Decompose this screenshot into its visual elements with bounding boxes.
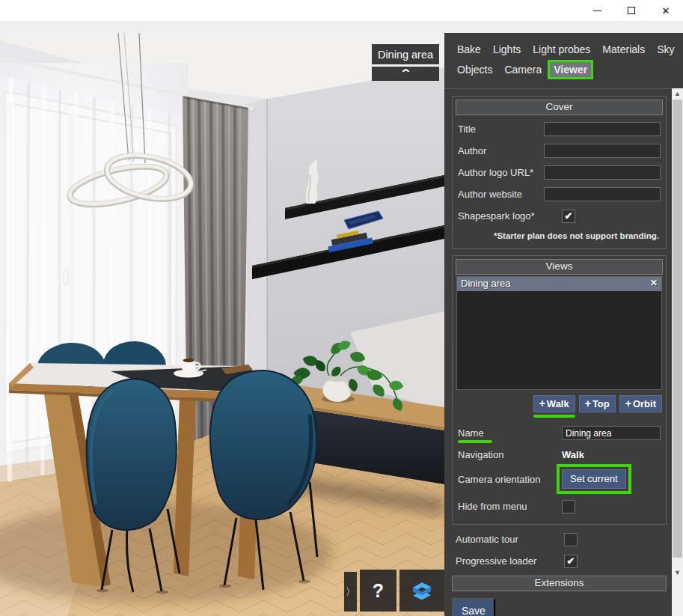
annotation-box-set-current: Set current bbox=[557, 464, 631, 494]
tab-sky[interactable]: Sky bbox=[653, 42, 678, 57]
tab-bake[interactable]: Bake bbox=[453, 42, 485, 57]
tab-materials[interactable]: Materials bbox=[598, 42, 649, 57]
title-row: Title bbox=[458, 122, 661, 136]
title-input[interactable] bbox=[544, 122, 661, 136]
plus-icon: + bbox=[585, 397, 591, 409]
author-website-row: Author website bbox=[458, 187, 661, 201]
author-website-label: Author website bbox=[458, 189, 544, 200]
close-icon: ✕ bbox=[662, 5, 670, 16]
tab-bar: Bake Lights Light probes Materials Sky O… bbox=[444, 33, 683, 88]
shapespark-logo-button[interactable] bbox=[399, 570, 444, 612]
view-menu-collapse-button[interactable]: ⌃ bbox=[372, 67, 439, 81]
navigation-label: Navigation bbox=[458, 449, 562, 460]
camera-orientation-row: Camera orientation Set current bbox=[458, 469, 661, 489]
plus-icon: + bbox=[539, 397, 545, 409]
cover-section-header: Cover bbox=[456, 100, 663, 115]
viewer-tab-content: Cover Title Author Author logo URL* bbox=[444, 88, 672, 616]
view-name-row: Name bbox=[458, 426, 661, 440]
help-button[interactable]: ? bbox=[360, 570, 396, 612]
progressive-loader-label: Progressive loader bbox=[456, 555, 564, 567]
shapespark-logo-checkbox[interactable]: ✔ bbox=[562, 210, 575, 223]
views-list[interactable]: Dining area ✕ bbox=[456, 276, 662, 390]
tab-objects[interactable]: Objects bbox=[453, 62, 496, 77]
shapespark-logo-label: Shapespark logo* bbox=[458, 210, 562, 222]
plus-icon: + bbox=[625, 397, 631, 409]
view-item-label: Dining area bbox=[461, 278, 511, 291]
automatic-tour-row: Automatic tour bbox=[456, 532, 663, 546]
question-mark-icon: ? bbox=[373, 580, 384, 602]
automatic-tour-checkbox[interactable] bbox=[564, 533, 578, 546]
panel-scrollbar[interactable]: ▲ ▼ bbox=[672, 88, 683, 616]
tab-lights[interactable]: Lights bbox=[489, 42, 524, 57]
camera-orientation-label: Camera orientation bbox=[458, 474, 562, 485]
tab-camera[interactable]: Camera bbox=[500, 62, 545, 77]
save-button[interactable]: Save bbox=[452, 598, 495, 616]
hide-from-menu-label: Hide from menu bbox=[458, 501, 562, 512]
dining-room-render bbox=[0, 33, 444, 616]
name-label: Name bbox=[458, 427, 562, 439]
navigation-row: Navigation Walk bbox=[458, 448, 661, 462]
chevron-right-icon: 〉 bbox=[346, 585, 355, 599]
navigation-value: Walk bbox=[562, 449, 584, 460]
author-logo-url-row: Author logo URL* bbox=[458, 165, 661, 180]
minimize-icon bbox=[593, 10, 601, 11]
author-logo-url-label: Author logo URL* bbox=[458, 167, 544, 178]
add-view-buttons: +Walk +Top +Orbit bbox=[456, 395, 662, 419]
remove-view-icon[interactable]: ✕ bbox=[650, 278, 658, 291]
menu-strip bbox=[0, 21, 683, 33]
add-orbit-view-button[interactable]: +Orbit bbox=[619, 395, 662, 412]
view-name-input[interactable] bbox=[562, 426, 661, 440]
cover-section: Cover Title Author Author logo URL* bbox=[452, 96, 667, 249]
views-list-item-selected[interactable]: Dining area ✕ bbox=[457, 277, 661, 291]
progressive-loader-row: Progressive loader ✔ bbox=[456, 554, 663, 568]
shapespark-logo-icon bbox=[409, 579, 435, 603]
editor-side-panel: Bake Lights Light probes Materials Sky O… bbox=[444, 33, 683, 616]
author-input[interactable] bbox=[544, 144, 661, 158]
view-menu-label: Dining area bbox=[378, 49, 433, 61]
author-row: Author bbox=[458, 144, 661, 158]
hide-from-menu-row: Hide from menu bbox=[458, 499, 661, 513]
set-current-button[interactable]: Set current bbox=[562, 469, 626, 489]
minimize-button[interactable] bbox=[580, 0, 614, 21]
scroll-up-arrow[interactable]: ▲ bbox=[672, 88, 683, 100]
add-walk-view-button[interactable]: +Walk bbox=[533, 395, 575, 412]
add-top-view-button[interactable]: +Top bbox=[579, 395, 616, 412]
author-website-input[interactable] bbox=[544, 187, 661, 201]
view-menu-button[interactable]: Dining area bbox=[372, 44, 439, 64]
tab-viewer[interactable]: Viewer bbox=[550, 62, 591, 77]
shapespark-editor-window: ✕ bbox=[0, 0, 683, 616]
hide-from-menu-checkbox[interactable] bbox=[562, 500, 575, 513]
chevron-up-icon: ⌃ bbox=[399, 70, 411, 78]
maximize-icon bbox=[628, 7, 635, 14]
automatic-tour-label: Automatic tour bbox=[456, 534, 564, 545]
title-bar: ✕ bbox=[0, 0, 683, 21]
tab-light-probes[interactable]: Light probes bbox=[529, 42, 594, 57]
shapespark-logo-row: Shapespark logo* ✔ bbox=[458, 209, 661, 223]
branding-note: *Starter plan does not support branding. bbox=[458, 231, 661, 246]
author-label: Author bbox=[458, 145, 544, 156]
maximize-button[interactable] bbox=[614, 0, 649, 21]
scrollbar-thumb[interactable] bbox=[673, 100, 682, 558]
close-button[interactable]: ✕ bbox=[649, 0, 683, 21]
panel-arrow-button[interactable]: 〉 bbox=[344, 572, 357, 612]
extensions-header[interactable]: Extensions bbox=[452, 576, 667, 591]
views-section-header: Views bbox=[456, 259, 663, 275]
author-logo-url-input[interactable] bbox=[544, 165, 661, 180]
views-section: Views Dining area ✕ +Walk +Top +Orbit Na… bbox=[452, 255, 667, 525]
scroll-down-arrow[interactable]: ▼ bbox=[672, 567, 683, 579]
viewport-3d-scene[interactable]: Dining area ⌃ 〉 ? bbox=[0, 33, 444, 616]
progressive-loader-checkbox[interactable]: ✔ bbox=[564, 555, 578, 568]
title-label: Title bbox=[458, 123, 544, 135]
